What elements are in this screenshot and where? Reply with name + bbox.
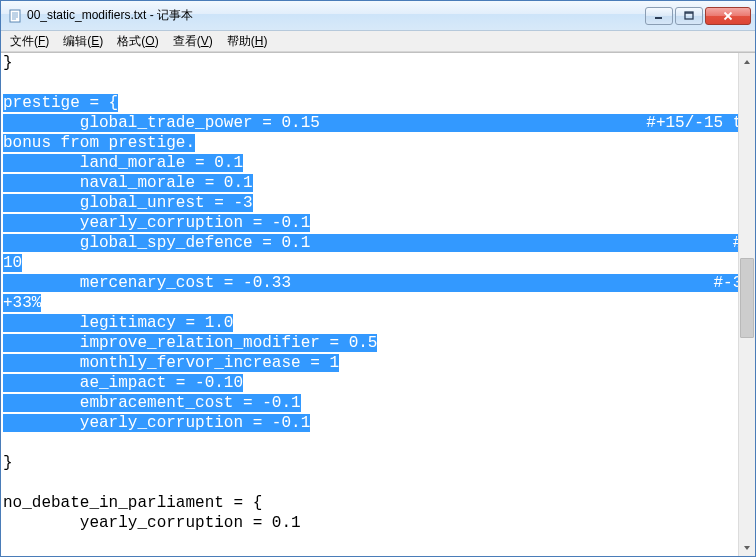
svg-marker-11	[744, 546, 750, 550]
app-icon	[7, 8, 23, 24]
code-line: global_spy_defence = 0.1 #+10/-	[3, 233, 736, 253]
code-line: legitimacy = 1.0	[3, 313, 736, 333]
code-line: 10	[3, 253, 736, 273]
code-line	[3, 473, 736, 493]
code-line: global_trade_power = 0.15 #+15/-15 total	[3, 113, 736, 133]
menu-help[interactable]: 帮助(H)	[220, 31, 275, 52]
code-line	[3, 73, 736, 93]
code-line: +33%	[3, 293, 736, 313]
chevron-down-icon	[743, 544, 751, 552]
minimize-button[interactable]	[645, 7, 673, 25]
menu-view[interactable]: 查看(V)	[166, 31, 220, 52]
code-line: mercenary_cost = -0.33 #-33 to	[3, 273, 736, 293]
code-line: }	[3, 53, 736, 73]
vertical-scrollbar[interactable]	[738, 53, 755, 556]
window-controls	[645, 7, 751, 25]
code-line: ae_impact = -0.10	[3, 373, 736, 393]
code-line: bonus from prestige.	[3, 133, 736, 153]
notepad-window: 00_static_modifiers.txt - 记事本 文件(F) 编辑(E…	[0, 0, 756, 557]
code-line: }	[3, 453, 736, 473]
scroll-track[interactable]	[739, 70, 755, 539]
scroll-up-button[interactable]	[739, 53, 755, 70]
titlebar[interactable]: 00_static_modifiers.txt - 记事本	[1, 1, 755, 31]
code-line: yearly_corruption = -0.1	[3, 213, 736, 233]
code-line: embracement_cost = -0.1	[3, 393, 736, 413]
menubar: 文件(F) 编辑(E) 格式(O) 查看(V) 帮助(H)	[1, 31, 755, 52]
text-editor[interactable]: }prestige = { global_trade_power = 0.15 …	[1, 53, 738, 556]
scroll-down-button[interactable]	[739, 539, 755, 556]
content-area: X }prestige = { global_trade_power = 0.1…	[1, 52, 755, 556]
svg-rect-0	[10, 10, 20, 22]
minimize-icon	[654, 11, 664, 21]
close-icon	[723, 11, 733, 21]
svg-marker-10	[744, 60, 750, 64]
window-title: 00_static_modifiers.txt - 记事本	[27, 7, 645, 24]
code-line: global_unrest = -3	[3, 193, 736, 213]
code-line: naval_morale = 0.1	[3, 173, 736, 193]
code-line: monthly_fervor_increase = 1	[3, 353, 736, 373]
menu-edit[interactable]: 编辑(E)	[56, 31, 110, 52]
code-line: improve_relation_modifier = 0.5	[3, 333, 736, 353]
scroll-thumb[interactable]	[740, 258, 754, 338]
code-line: prestige = {	[3, 93, 736, 113]
code-line: yearly_corruption = 0.1	[3, 513, 736, 533]
code-line	[3, 433, 736, 453]
menu-file[interactable]: 文件(F)	[3, 31, 56, 52]
code-line: yearly_corruption = -0.1	[3, 413, 736, 433]
close-button[interactable]	[705, 7, 751, 25]
menu-format[interactable]: 格式(O)	[110, 31, 165, 52]
maximize-button[interactable]	[675, 7, 703, 25]
chevron-up-icon	[743, 58, 751, 66]
code-line: no_debate_in_parliament = {	[3, 493, 736, 513]
maximize-icon	[684, 11, 694, 21]
code-line: land_morale = 0.1	[3, 153, 736, 173]
